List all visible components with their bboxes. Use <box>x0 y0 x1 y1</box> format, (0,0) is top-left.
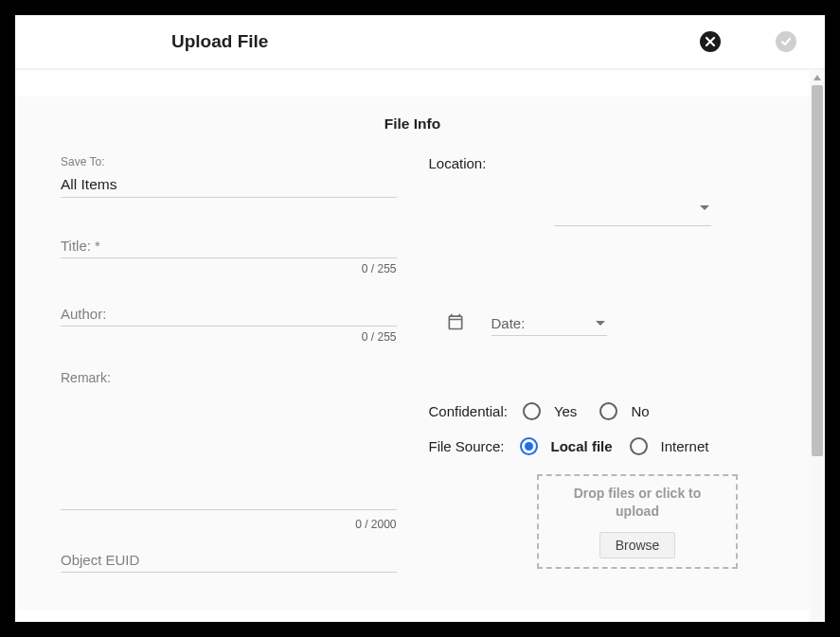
panel-title: File Info <box>15 115 810 133</box>
file-info-panel: File Info Save To: 0 / 255 <box>15 97 810 610</box>
file-source-row: File Source: Local file Internet <box>429 437 765 455</box>
save-to-label: Save To: <box>61 155 397 168</box>
author-counter: 0 / 255 <box>61 330 397 344</box>
save-to-field: Save To: <box>61 155 397 198</box>
save-to-input[interactable] <box>61 172 397 198</box>
confirm-button[interactable] <box>776 31 796 52</box>
dropzone-text: Drop files or click to upload <box>539 485 736 521</box>
file-source-local-radio[interactable] <box>520 437 538 455</box>
confidential-yes-label[interactable]: Yes <box>554 403 577 419</box>
header-actions <box>700 31 796 52</box>
close-button[interactable] <box>700 31 721 52</box>
object-euid-input[interactable] <box>61 548 397 573</box>
columns: Save To: 0 / 255 0 / 255 Remark: <box>15 155 810 573</box>
vertical-scrollbar[interactable] <box>810 70 825 622</box>
scroll-up-arrow[interactable] <box>810 70 825 85</box>
content: File Info Save To: 0 / 255 <box>15 70 810 622</box>
confidential-label: Confidential: <box>429 403 508 419</box>
close-icon <box>705 36 716 47</box>
file-source-internet-label[interactable]: Internet <box>661 438 709 454</box>
dropzone[interactable]: Drop files or click to upload Browse <box>537 474 738 569</box>
dialog-header: Upload File <box>15 15 825 70</box>
location-select-row <box>429 181 765 226</box>
date-row: Date: <box>429 311 765 336</box>
right-column: Location: Date: <box>429 155 765 573</box>
title-counter: 0 / 255 <box>61 262 397 275</box>
location-select[interactable] <box>554 200 711 226</box>
date-placeholder: Date: <box>491 315 526 331</box>
confidential-yes-radio[interactable] <box>523 402 541 420</box>
scroll-area: File Info Save To: 0 / 255 <box>15 70 825 622</box>
date-select[interactable]: Date: <box>491 311 607 336</box>
title-field: 0 / 255 <box>61 234 397 275</box>
object-euid-field <box>61 548 397 573</box>
confidential-row: Confidential: Yes No <box>429 402 765 420</box>
dialog-title: Upload File <box>171 31 268 52</box>
chevron-down-icon <box>596 321 605 326</box>
chevron-down-icon <box>700 205 709 210</box>
left-column: Save To: 0 / 255 0 / 255 Remark: <box>61 155 397 573</box>
browse-button[interactable]: Browse <box>599 532 676 558</box>
file-source-internet-radio[interactable] <box>630 437 648 455</box>
remark-label: Remark: <box>61 370 397 385</box>
confidential-no-label[interactable]: No <box>631 403 649 419</box>
scrollbar-thumb[interactable] <box>812 85 823 456</box>
location-row: Location: <box>429 155 765 171</box>
file-source-label: File Source: <box>429 438 505 454</box>
dialog-frame: Upload File File Info Save To: <box>15 15 825 622</box>
confidential-no-radio[interactable] <box>599 402 617 420</box>
calendar-icon[interactable] <box>446 312 465 335</box>
title-input[interactable] <box>61 234 397 258</box>
location-label: Location: <box>429 155 487 171</box>
author-input[interactable] <box>61 302 397 327</box>
file-source-local-label[interactable]: Local file <box>551 438 613 454</box>
author-field: 0 / 255 <box>61 302 397 344</box>
remark-field: Remark: 0 / 2000 <box>61 370 397 531</box>
check-icon <box>779 35 793 48</box>
remark-input[interactable] <box>61 389 397 510</box>
remark-counter: 0 / 2000 <box>61 518 397 531</box>
